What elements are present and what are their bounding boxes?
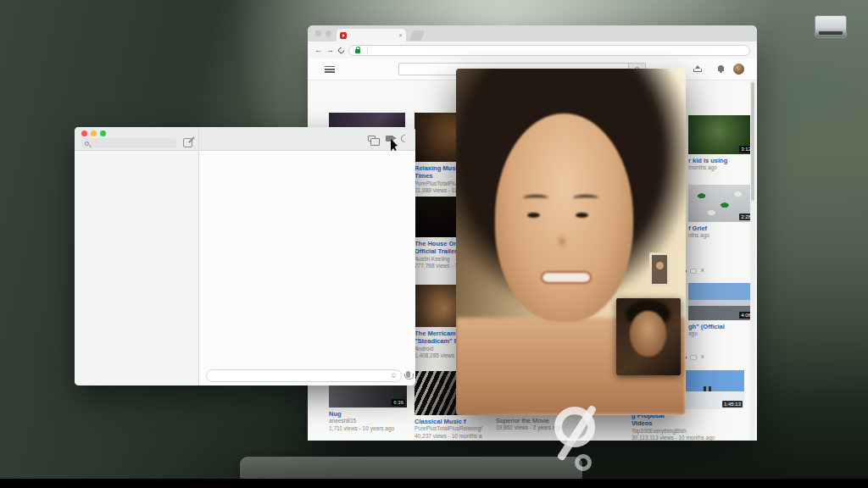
scrollbar-thumb[interactable] xyxy=(751,82,754,201)
message-thread xyxy=(199,151,415,365)
microphone-icon[interactable] xyxy=(406,371,410,378)
hard-drive-icon xyxy=(815,15,847,38)
video-meta: months ago xyxy=(688,164,754,171)
desktop: × ← → xyxy=(0,0,868,488)
conversation-list xyxy=(75,151,198,385)
address-bar[interactable] xyxy=(348,45,750,56)
imessage-input[interactable] xyxy=(206,369,402,382)
duration-badge: 6:36 xyxy=(392,399,405,406)
video-meta: 1,711 views - 10 years ago xyxy=(329,425,407,432)
video-title[interactable]: Nug xyxy=(329,410,407,418)
upload-icon[interactable] xyxy=(693,65,701,73)
tab-strip: × xyxy=(308,25,757,42)
emoji-icon[interactable] xyxy=(390,371,398,380)
video-title[interactable]: Classical Music f xyxy=(415,418,482,425)
audio-call-icon[interactable] xyxy=(401,135,409,142)
video-thumbnail[interactable]: 3:12 xyxy=(688,115,754,154)
subscriber-count xyxy=(690,355,697,360)
video-thumbnail[interactable]: 4:08 xyxy=(688,283,754,320)
video-meta: 40,237 views - 10 months ago xyxy=(415,433,482,440)
browser-tab-youtube[interactable]: × xyxy=(337,29,406,42)
notifications-icon[interactable] xyxy=(717,65,724,73)
message-input-bar xyxy=(206,369,410,382)
new-tab-button[interactable] xyxy=(409,30,426,41)
compose-icon[interactable] xyxy=(183,138,192,147)
video-card[interactable]: 2:28 f Grief nths ago xyxy=(688,185,754,240)
video-meta: 30,113,113 views - 10 months ago xyxy=(632,435,744,441)
reload-button[interactable] xyxy=(337,46,346,54)
video-card[interactable]: 4:08 gh" (Official ago xyxy=(688,283,754,338)
yonhap-logo xyxy=(549,405,605,461)
browser-toolbar: ← → xyxy=(308,42,757,58)
subscriber-count xyxy=(690,269,697,274)
video-card[interactable]: 3:12 r kid is using months ago xyxy=(688,115,754,172)
divider xyxy=(367,47,368,54)
video-title[interactable]: gh" (Official xyxy=(688,323,754,330)
video-thumbnail[interactable]: 1:45:13 xyxy=(678,370,744,409)
video-channel[interactable]: PurePlusTotalPlusRelaxing981 xyxy=(415,425,482,432)
close-button[interactable] xyxy=(81,130,87,136)
video-title[interactable]: r kid is using xyxy=(688,157,754,164)
picture-frame xyxy=(649,252,670,286)
caller-eye xyxy=(527,213,540,218)
caller-nose xyxy=(557,235,567,248)
chat-pane xyxy=(199,127,415,385)
duration-badge: 1:45:13 xyxy=(722,401,743,408)
search-icon xyxy=(85,141,89,146)
forward-button[interactable]: → xyxy=(326,47,334,54)
macintosh-hd-desktop-icon[interactable] xyxy=(802,15,860,40)
scrollbar[interactable] xyxy=(750,80,755,441)
call-actions xyxy=(368,135,409,142)
lock-icon xyxy=(355,49,360,53)
window-minimize-button[interactable] xyxy=(326,30,331,36)
facetime-window[interactable] xyxy=(456,69,686,415)
self-face xyxy=(630,311,666,358)
search-input[interactable] xyxy=(92,139,159,148)
video-channel[interactable]: aneesh815 xyxy=(329,418,407,424)
messages-window xyxy=(75,127,415,385)
video-title[interactable]: f Grief xyxy=(688,225,754,232)
screen-share-icon[interactable] xyxy=(368,136,376,141)
chat-header xyxy=(199,127,415,151)
self-view-pip[interactable] xyxy=(616,298,681,375)
conversations-sidebar xyxy=(75,127,199,385)
youtube-favicon xyxy=(340,32,347,39)
video-channel[interactable]: Top100EverythingBish xyxy=(632,428,744,435)
sidebar-titlebar xyxy=(75,127,198,151)
window-close-button[interactable] xyxy=(315,30,321,36)
messages-search-field[interactable] xyxy=(81,138,176,148)
zoom-button[interactable] xyxy=(100,130,106,136)
minimize-button[interactable] xyxy=(91,130,97,136)
video-thumbnail[interactable]: 2:28 xyxy=(688,185,754,222)
video-meta: ago xyxy=(688,330,754,337)
letterbox-bar xyxy=(0,479,868,488)
caller-eye xyxy=(576,213,588,218)
dismiss-icon[interactable]: × xyxy=(700,267,704,274)
menu-icon[interactable] xyxy=(325,66,335,73)
logo-small-ring xyxy=(575,454,592,471)
dismiss-icon[interactable]: × xyxy=(700,353,704,361)
account-avatar[interactable] xyxy=(733,64,744,75)
video-meta: nths ago xyxy=(688,232,754,239)
watermark xyxy=(549,405,612,461)
back-button[interactable]: ← xyxy=(314,47,322,54)
caller-face xyxy=(495,114,633,321)
message-text-input[interactable] xyxy=(207,372,401,380)
tab-close-icon[interactable]: × xyxy=(398,31,403,39)
caller-smile xyxy=(541,271,592,284)
